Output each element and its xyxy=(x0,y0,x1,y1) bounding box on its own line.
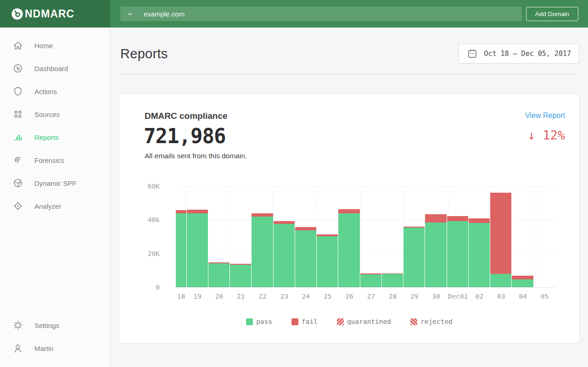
sidebar-item-label: Dynamic SPF xyxy=(34,179,77,187)
x-tick-label: 29 xyxy=(410,293,418,300)
legend-item-quarantined[interactable]: quarantined xyxy=(337,318,391,325)
sidebar-item-label: Forensics xyxy=(34,156,64,164)
bar-pass-29[interactable] xyxy=(403,228,425,287)
bar-pass-28[interactable] xyxy=(382,274,403,287)
bar-fail-26[interactable] xyxy=(338,209,359,213)
ondmarc-o-icon xyxy=(11,8,23,20)
bar-fail-Dec01[interactable] xyxy=(447,216,468,221)
sidebar-nav: HomeDashboardActionsSourcesReportsForens… xyxy=(0,34,110,217)
bar-pass-25[interactable] xyxy=(317,236,338,287)
chevron-down-icon xyxy=(127,11,134,17)
sidebar-item-sources[interactable]: Sources xyxy=(0,103,110,126)
logo-text: NDMARC xyxy=(25,8,74,20)
sidebar-item-actions[interactable]: Actions xyxy=(0,80,110,103)
x-tick-label: 03 xyxy=(497,293,505,300)
home-icon xyxy=(12,40,23,51)
domain-value: example.com xyxy=(144,10,185,18)
bar-fail-25[interactable] xyxy=(317,234,338,236)
x-tick-label: 28 xyxy=(389,293,397,300)
x-tick-label: 04 xyxy=(519,293,526,300)
bar-pass-27[interactable] xyxy=(360,274,381,287)
bar-fail-28[interactable] xyxy=(382,273,403,274)
bar-pass-02[interactable] xyxy=(469,223,490,287)
date-range-value: Oct 18 – Dec 05, 2017 xyxy=(484,50,571,58)
bar-pass-22[interactable] xyxy=(252,217,273,287)
bar-pass-19[interactable] xyxy=(187,213,208,287)
bar-fail-29[interactable] xyxy=(403,227,425,228)
x-axis-line xyxy=(176,287,555,288)
y-tick-label: 40k xyxy=(148,216,160,223)
bar-fail-24[interactable] xyxy=(295,227,316,230)
v-gridline-dashed xyxy=(360,186,361,287)
x-tick-label: 21 xyxy=(237,293,245,300)
bar-fail-04[interactable] xyxy=(512,276,533,279)
y-axis-labels: 020K40k60K xyxy=(119,186,160,287)
x-tick-label: 05 xyxy=(541,293,549,300)
main-content: Reports Oct 18 – Dec 05, 2017 DMARC co xyxy=(110,28,588,367)
bar-pass-18[interactable] xyxy=(176,213,186,287)
bar-fail-02[interactable] xyxy=(469,218,490,223)
fingerprint-icon xyxy=(12,155,23,166)
legend-label: pass xyxy=(256,318,272,325)
sidebar-item-label: Reports xyxy=(34,133,59,141)
chart-legend: passfailquarantinedrejected xyxy=(119,318,579,325)
bar-pass-30[interactable] xyxy=(425,222,446,287)
globe-icon xyxy=(12,178,23,189)
sidebar-item-label: Actions xyxy=(34,88,57,95)
bar-fail-21[interactable] xyxy=(230,264,251,264)
topbar: example.com Add Domain xyxy=(110,0,588,28)
legend-item-pass[interactable]: pass xyxy=(246,318,272,325)
bar-fail-27[interactable] xyxy=(360,273,381,274)
sidebar-item-home[interactable]: Home xyxy=(0,34,110,57)
legend-item-rejected[interactable]: rejected xyxy=(410,318,453,325)
bar-pass-23[interactable] xyxy=(274,224,295,287)
gear-icon xyxy=(12,320,23,331)
bar-fail-20[interactable] xyxy=(208,262,230,263)
bar-pass-Dec01[interactable] xyxy=(447,221,468,287)
sidebar-item-reports[interactable]: Reports xyxy=(0,126,110,149)
dmarc-compliance-card: DMARC compliance View Report 721,986 ↓ 1… xyxy=(119,95,579,343)
chart-plot-area xyxy=(176,186,555,287)
x-tick-label: 25 xyxy=(324,293,331,300)
y-tick-label: 20K xyxy=(148,250,160,257)
legend-swatch-quarantined xyxy=(337,318,344,325)
x-tick-label: 24 xyxy=(302,293,310,300)
sidebar-item-dynamic-spf[interactable]: Dynamic SPF xyxy=(0,172,110,195)
sidebar-item-analyzer[interactable]: Analyzer xyxy=(0,195,110,217)
legend-item-fail[interactable]: fail xyxy=(291,318,318,325)
sidebar-item-martin[interactable]: Martin xyxy=(0,337,110,360)
sidebar: HomeDashboardActionsSourcesReportsForens… xyxy=(0,28,110,367)
bar-fail-18[interactable] xyxy=(176,210,186,213)
app-header: NDMARC example.com Add Domain xyxy=(0,0,588,28)
date-range-picker[interactable]: Oct 18 – Dec 05, 2017 xyxy=(459,44,579,64)
bar-fail-22[interactable] xyxy=(252,213,273,217)
calendar-icon xyxy=(467,48,478,59)
bar-pass-24[interactable] xyxy=(295,230,316,287)
bar-fail-19[interactable] xyxy=(187,210,208,213)
bar-fail-23[interactable] xyxy=(274,221,295,224)
bar-pass-20[interactable] xyxy=(208,263,230,287)
bar-fail-03[interactable] xyxy=(490,193,511,274)
domain-selector[interactable]: example.com xyxy=(120,6,522,21)
ondmarc-logo[interactable]: NDMARC xyxy=(11,8,74,20)
sidebar-item-dashboard[interactable]: Dashboard xyxy=(0,57,110,80)
legend-label: rejected xyxy=(420,318,453,325)
x-tick-label: 02 xyxy=(476,293,483,300)
add-domain-button[interactable]: Add Domain xyxy=(526,7,578,21)
sidebar-item-forensics[interactable]: Forensics xyxy=(0,149,110,172)
legend-swatch-fail xyxy=(291,318,298,325)
sidebar-item-label: Sources xyxy=(34,111,60,118)
bar-fail-30[interactable] xyxy=(425,214,446,222)
x-tick-label: 18 xyxy=(177,293,185,300)
bar-pass-26[interactable] xyxy=(338,213,359,287)
logo-block: NDMARC xyxy=(0,0,110,28)
bar-pass-04[interactable] xyxy=(512,279,533,287)
x-tick-label: 19 xyxy=(194,293,202,300)
sidebar-item-settings[interactable]: Settings xyxy=(0,314,110,337)
header-divider xyxy=(119,74,579,74)
x-tick-label: 30 xyxy=(432,293,440,300)
bar-pass-03[interactable] xyxy=(490,274,511,287)
bar-pass-21[interactable] xyxy=(230,265,251,287)
target-icon xyxy=(12,200,23,211)
bar-chart-icon xyxy=(12,132,23,143)
